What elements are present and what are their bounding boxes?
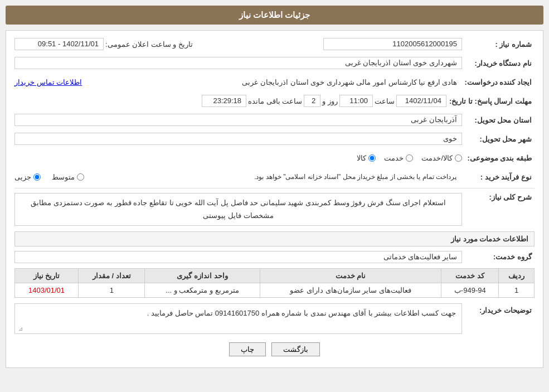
category-radio-group: کالا/خدمت خدمت کالا [14, 154, 462, 162]
response-deadline-label: مهلت ارسال پاسخ: تا تاریخ: [446, 97, 535, 105]
city-label: شهر محل تحویل: [462, 135, 535, 143]
purchase-note: پرداخت تمام یا بخشی از مبلغ خریداز محل "… [84, 173, 462, 181]
response-time-label: ساعت [373, 97, 396, 105]
purchase-motavasset-radio[interactable] [77, 173, 84, 181]
service-group-label: گروه خدمت: [462, 253, 535, 261]
cell-service-name: فعالیت‌های سایر سازمان‌های دارای عضو [260, 283, 441, 297]
col-row-num: ردیف [499, 268, 535, 283]
service-group-value: سایر فعالیت‌های خدماتی [14, 251, 462, 263]
response-time: 11:00 [339, 95, 373, 107]
creator-label: ایجاد کننده درخواست: [461, 78, 535, 86]
category-khedmat-radio[interactable] [406, 154, 413, 162]
category-kala-khedmat-label: کالا/خدمت [421, 154, 453, 162]
city-value: خوی [14, 133, 462, 145]
notes-box: جهت کسب اطلاعات بیشتر با آقای مهندس نمدی… [14, 303, 462, 334]
response-days-label: روز و [320, 97, 339, 105]
province-label: استان محل تحویل: [462, 116, 535, 124]
response-days: 2 [304, 95, 320, 107]
services-section: اطلاعات خدمات مورد نیاز گروه خدمت: سایر … [14, 231, 535, 298]
province-value: آذربایجان غربی [14, 114, 462, 126]
col-service-name: نام خدمت [260, 268, 441, 283]
col-quantity: تعداد / مقدار [79, 268, 145, 283]
creator-value: هادی ارفع نیا کارشناس امور مالی شهرداری … [82, 77, 461, 88]
category-kala-option[interactable]: کالا [357, 154, 376, 162]
purchase-motavasset-label: متوسط [52, 173, 75, 181]
col-service-code: کد خدمت [441, 268, 499, 283]
response-remaining: 23:29:18 [202, 95, 246, 107]
print-button[interactable]: چاپ [229, 342, 266, 356]
need-description-value: استعلام اجرای سنگ فرش رفوژ وسط کمربندی ش… [14, 193, 462, 226]
org-name-label: نام دستگاه خریدار: [462, 59, 535, 67]
col-need-date: تاریخ نیاز [15, 268, 79, 283]
buyer-notes-section: توضیحات خریدار: جهت کسب اطلاعات بیشتر با… [14, 303, 535, 334]
cell-need-date: 1403/01/01 [15, 283, 79, 297]
category-kala-khedmat-option[interactable]: کالا/خدمت [421, 154, 462, 162]
need-description-label: شرح کلی نیاز: [462, 193, 535, 201]
creator-contact-link[interactable]: اطلاعات تماس خریدار [14, 78, 82, 86]
public-announce-value: 1402/11/01 - 09:51 [14, 38, 104, 50]
category-kala-radio[interactable] [368, 154, 376, 162]
table-row: 1 949-94-ب فعالیت‌های سایر سازمان‌های دا… [15, 283, 535, 297]
footer-buttons: بازگشت چاپ [14, 342, 535, 362]
col-unit: واحد اندازه گیری [145, 268, 260, 283]
purchase-motavasset-option[interactable]: متوسط [52, 173, 84, 181]
org-name-value: شهرداری خوی استان اذربایجان غربی [14, 57, 462, 69]
response-date: 1402/11/04 [396, 95, 446, 107]
cell-row-num: 1 [499, 283, 535, 297]
purchase-type-radio-group: متوسط جزیی [14, 173, 84, 181]
purchase-type-label: نوع فرآیند خرید : [462, 173, 535, 181]
need-number-label: شماره نیاز : [462, 40, 535, 49]
need-number-value: 1102005612000195 [323, 38, 462, 50]
category-label: طبقه بندی موضوعی: [462, 154, 535, 162]
category-kala-khedmat-radio[interactable] [455, 154, 462, 162]
category-khedmat-label: خدمت [384, 154, 404, 162]
services-section-header: اطلاعات خدمات مورد نیاز [14, 231, 535, 246]
services-table: ردیف کد خدمت نام خدمت واحد اندازه گیری ت… [14, 268, 535, 298]
cell-service-code: 949-94-ب [441, 283, 499, 297]
back-button[interactable]: بازگشت [271, 342, 320, 356]
response-remaining-label: ساعت باقی مانده [246, 97, 304, 105]
buyer-notes-value: جهت کسب اطلاعات بیشتر با آقای مهندس نمدی… [21, 307, 456, 320]
purchase-jozii-radio[interactable] [33, 173, 41, 181]
page-title: جزئیات اطلاعات نیاز [6, 6, 543, 25]
purchase-jozii-label: جزیی [14, 173, 31, 181]
cell-quantity: 1 [79, 283, 145, 297]
category-khedmat-option[interactable]: خدمت [384, 154, 413, 162]
category-kala-label: کالا [357, 154, 366, 162]
resize-handle[interactable]: ⊿ [16, 326, 23, 332]
purchase-jozii-option[interactable]: جزیی [14, 173, 41, 181]
public-announce-label: تاریخ و ساعت اعلان عمومی: [104, 40, 195, 49]
buyer-notes-label: توضیحات خریدار: [462, 303, 535, 314]
cell-unit: مترمربع و مترمکعب و ... [145, 283, 260, 297]
